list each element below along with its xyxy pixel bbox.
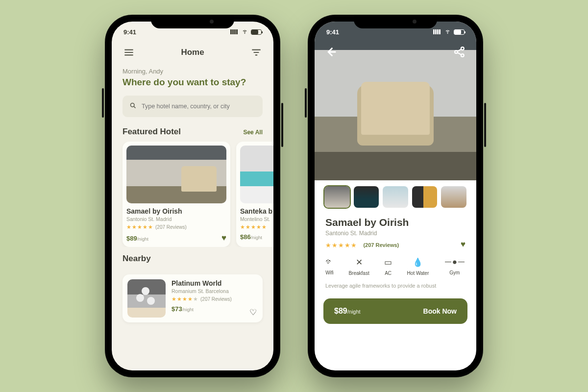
svg-line-12 <box>457 49 461 51</box>
hotel-image <box>240 146 273 203</box>
book-bar[interactable]: $89/night Book Now <box>323 298 467 324</box>
amenity-ac: ▭AC <box>384 257 392 276</box>
hotel-location: Montelino St. <box>240 216 273 222</box>
hotel-location: Santonio St. Madrid <box>325 230 466 237</box>
amenity-hot-water: 💧Hot Water <box>407 257 429 276</box>
rating-stars: ★★★★★(207 Reviews) <box>172 296 258 302</box>
favorite-icon[interactable]: ♥ <box>461 240 466 249</box>
page-title: Home <box>181 48 204 57</box>
signal-icon <box>433 29 441 34</box>
featured-heading: Featured Hotel <box>122 127 181 137</box>
thumbnail[interactable] <box>441 186 466 208</box>
rating-stars: ★★★★★(207 Reviews) <box>126 224 226 230</box>
hotel-location: Santonio St. Madrid <box>126 216 226 222</box>
favorite-icon[interactable]: ♥ <box>221 233 226 243</box>
back-icon[interactable] <box>324 45 338 59</box>
amenity-gym: ⸺●⸺Gym <box>444 257 466 276</box>
breakfast-icon: ✕ <box>356 257 363 268</box>
amenities-row: ᯤWifi ✕Breakfast ▭AC 💧Hot Water ⸺●⸺Gym <box>315 249 476 280</box>
hotel-price: $89/night <box>126 235 148 242</box>
hotel-name: Samael by Oirish <box>126 207 226 215</box>
wifi-icon <box>444 28 451 36</box>
see-all-link[interactable]: See All <box>243 129 263 136</box>
description-text: Leverage agile frameworks to provide a r… <box>315 280 476 294</box>
battery-icon <box>251 29 262 35</box>
book-now-button[interactable]: Book Now <box>423 307 457 315</box>
status-time: 9:41 <box>123 28 136 36</box>
svg-line-13 <box>457 52 461 55</box>
tagline-text: Where do you want to stay? <box>122 77 263 88</box>
cta-price: $89/night <box>334 307 361 316</box>
hotel-image <box>126 146 226 203</box>
featured-card[interactable]: Samael by Oirish Santonio St. Madrid ★★★… <box>122 142 230 247</box>
thumbnail[interactable] <box>412 186 438 208</box>
search-icon <box>129 102 137 111</box>
hotel-name: Santeka b <box>240 207 273 215</box>
ac-icon: ▭ <box>384 257 392 268</box>
thumbnail-row[interactable] <box>315 180 476 214</box>
thumbnail[interactable] <box>383 186 408 208</box>
hotel-name: Samael by Oirish <box>325 217 466 228</box>
hero-image <box>315 22 476 180</box>
amenity-breakfast: ✕Breakfast <box>348 257 369 276</box>
hotel-price: $86/night <box>240 233 262 241</box>
thumbnail[interactable] <box>324 186 350 208</box>
battery-icon <box>454 29 465 35</box>
search-bar[interactable] <box>122 96 263 117</box>
signal-icon <box>230 29 239 34</box>
featured-row[interactable]: Samael by Oirish Santonio St. Madrid ★★★… <box>112 142 273 247</box>
favorite-icon[interactable]: ♡ <box>249 307 257 318</box>
amenity-wifi: ᯤWifi <box>325 257 334 276</box>
rating-stars: ★★★★★ (207 Reviews) <box>325 241 399 249</box>
gym-icon: ⸺●⸺ <box>444 257 466 267</box>
greeting-text: Morning, Andy <box>122 68 263 75</box>
share-icon[interactable] <box>453 45 466 59</box>
svg-point-6 <box>131 103 135 107</box>
nearby-heading: Nearby <box>122 254 151 264</box>
hot-water-icon: 💧 <box>413 257 423 268</box>
hotel-location: Romanium St. Barcelona <box>172 288 258 294</box>
hotel-price: $73/night <box>172 305 194 313</box>
menu-icon[interactable] <box>122 46 135 59</box>
wifi-icon <box>241 28 248 36</box>
svg-line-7 <box>134 106 135 108</box>
hotel-image <box>127 279 166 318</box>
nearby-card[interactable]: Platinum World Romanium St. Barcelona ★★… <box>122 274 263 322</box>
thumbnail[interactable] <box>354 186 379 208</box>
wifi-icon: ᯤ <box>325 257 334 267</box>
hotel-name: Platinum World <box>172 279 258 287</box>
filter-icon[interactable] <box>250 46 263 59</box>
status-time: 9:41 <box>326 28 339 36</box>
search-input[interactable] <box>142 103 256 110</box>
rating-stars: ★★★★★ <box>240 224 273 230</box>
featured-card[interactable]: Santeka b Montelino St. ★★★★★ $86/night <box>236 142 273 247</box>
